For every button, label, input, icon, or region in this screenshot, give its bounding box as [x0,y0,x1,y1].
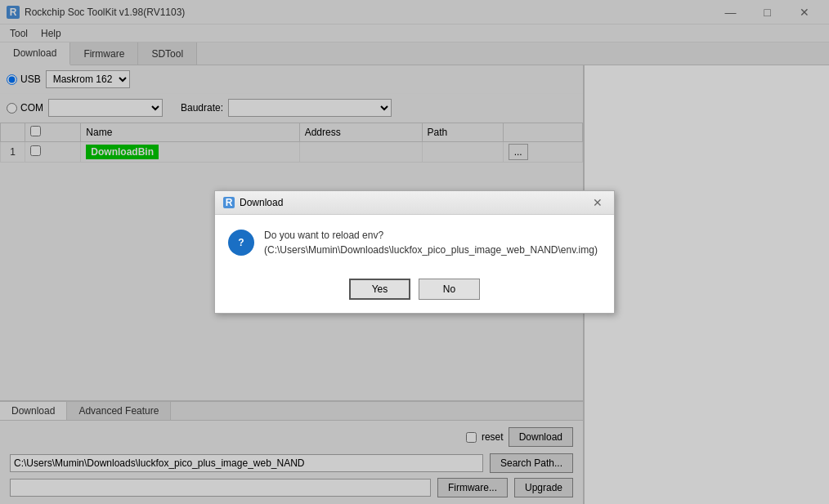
dialog-overlay: R Download ✕ ? Do you want to reload env… [0,0,829,504]
dialog-title-bar: R Download ✕ [215,191,614,215]
dialog-close-button[interactable]: ✕ [589,196,606,209]
dialog-body: ? Do you want to reload env?(C:\Users\Mu… [215,215,614,270]
dialog-yes-button[interactable]: Yes [349,279,410,300]
dialog-title-text: Download [240,197,283,208]
dialog-no-button[interactable]: No [419,279,480,300]
dialog-message: Do you want to reload env?(C:\Users\Mumi… [264,228,601,257]
dialog-question-icon: ? [228,230,254,256]
dialog-title-icon: R [223,197,235,208]
download-dialog: R Download ✕ ? Do you want to reload env… [214,190,615,314]
dialog-buttons: Yes No [215,270,614,313]
